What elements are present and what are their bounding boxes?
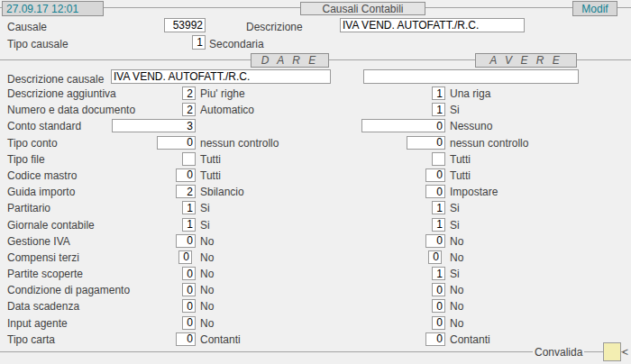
avere-value-input[interactable] bbox=[432, 299, 445, 313]
dare-value-input[interactable] bbox=[176, 185, 196, 198]
datetime-text: 27.09.17 12:01 bbox=[6, 3, 78, 15]
avere-value-input[interactable] bbox=[425, 332, 445, 346]
dare-value-input[interactable] bbox=[112, 119, 196, 132]
avere-value-text: Contanti bbox=[450, 333, 490, 346]
avere-value-text: Tutti bbox=[450, 169, 471, 182]
dare-value-text: Automatico bbox=[200, 104, 254, 116]
descrizione-causale-label: Descrizione causale bbox=[7, 73, 104, 86]
avere-value-text: Impostare bbox=[450, 186, 498, 198]
dare-value-text: No bbox=[200, 268, 214, 280]
avere-value-input[interactable] bbox=[432, 283, 445, 296]
parameter-rows: Descrizione aggiuntiva Piu' righe Una ri… bbox=[0, 86, 631, 348]
row-label: Condizione di pagamento bbox=[7, 284, 130, 296]
dare-value-input[interactable] bbox=[182, 152, 196, 166]
avere-value-input[interactable] bbox=[432, 218, 445, 232]
causale-label: Causale bbox=[7, 21, 47, 33]
dare-section-header: D A R E bbox=[251, 53, 329, 68]
row-label: Data scadenza bbox=[7, 300, 79, 313]
row-partitario: Partitario Si Si bbox=[0, 200, 631, 216]
row-conto-standard: Conto standard Nessuno bbox=[0, 118, 631, 134]
footer-divider bbox=[0, 351, 625, 352]
avere-value-text: Si bbox=[450, 202, 460, 214]
avere-value-input[interactable] bbox=[432, 316, 445, 330]
tipo-causale-input[interactable] bbox=[192, 35, 206, 50]
avere-value-input[interactable] bbox=[425, 185, 445, 198]
dare-value-input[interactable] bbox=[176, 234, 196, 248]
dare-value-text: Contanti bbox=[200, 333, 241, 346]
row-label: Tipo carta bbox=[7, 333, 55, 346]
row-label: Partite scoperte bbox=[7, 268, 83, 280]
row-gestione-iva: Gestione IVA No No bbox=[0, 233, 631, 250]
dare-value-text: No bbox=[200, 284, 214, 296]
avere-value-input[interactable] bbox=[428, 250, 442, 264]
row-condizione-di-pagamento: Condizione di pagamento No No bbox=[0, 282, 631, 298]
row-tipo-file: Tipo file Tutti Tutti bbox=[0, 151, 631, 168]
dare-value-input[interactable] bbox=[178, 250, 192, 264]
dare-value-input[interactable] bbox=[182, 103, 196, 116]
dare-value-input[interactable] bbox=[182, 283, 196, 296]
dare-value-text: Tutti bbox=[200, 153, 221, 166]
avere-value-input[interactable] bbox=[432, 201, 445, 214]
causale-input[interactable] bbox=[164, 18, 206, 32]
dare-value-text: No bbox=[200, 251, 214, 264]
row-label: Codice mastro bbox=[7, 169, 77, 182]
avere-value-input[interactable] bbox=[361, 119, 445, 132]
avere-value-text: No bbox=[450, 284, 463, 296]
tipo-causale-text: Secondaria bbox=[209, 38, 264, 50]
avere-value-input[interactable] bbox=[432, 267, 445, 280]
dare-value-input[interactable] bbox=[182, 267, 196, 280]
dare-value-text: Si bbox=[200, 202, 210, 214]
convalida-input[interactable] bbox=[603, 342, 621, 361]
mode-badge-text: Modif bbox=[581, 3, 608, 15]
dare-value-input[interactable] bbox=[176, 168, 196, 182]
descrizione-causale-avere-input[interactable] bbox=[363, 69, 579, 84]
dare-value-text: nessun controllo bbox=[200, 137, 279, 150]
avere-value-text: Nessuno bbox=[450, 120, 492, 132]
row-label: Conto standard bbox=[7, 120, 81, 132]
dare-value-input[interactable] bbox=[176, 332, 196, 346]
dare-section-label: D A R E bbox=[261, 54, 318, 67]
row-label: Guida importo bbox=[7, 186, 75, 198]
descrizione-input[interactable] bbox=[340, 18, 525, 32]
dare-value-input[interactable] bbox=[182, 218, 196, 232]
dare-value-input[interactable] bbox=[182, 299, 196, 313]
descrizione-causale-dare-input[interactable] bbox=[111, 69, 331, 84]
left-angle-icon: < bbox=[622, 346, 628, 359]
dare-value-input[interactable] bbox=[182, 201, 196, 214]
avere-value-text: No bbox=[450, 251, 463, 264]
row-label: Numero e data documento bbox=[7, 104, 135, 116]
avere-value-text: nessun controllo bbox=[450, 137, 528, 150]
dare-value-text: Sbilancio bbox=[200, 186, 244, 198]
descrizione-label: Descrizione bbox=[246, 21, 303, 33]
dare-value-input[interactable] bbox=[182, 86, 196, 100]
avere-value-input[interactable] bbox=[432, 152, 445, 166]
row-compensi-terzi: Compensi terzi No No bbox=[0, 250, 631, 266]
row-label: Partitario bbox=[7, 202, 50, 214]
tipo-causale-label: Tipo causale bbox=[7, 38, 69, 50]
dare-value-text: Piu' righe bbox=[200, 87, 245, 100]
dare-value-input[interactable] bbox=[182, 316, 196, 330]
row-tipo-conto: Tipo conto nessun controllo nessun contr… bbox=[0, 135, 631, 151]
window-title: Causali Contabili bbox=[300, 2, 425, 15]
avere-section-label: A V E R E bbox=[489, 54, 562, 67]
row-data-scadenza: Data scadenza No No bbox=[0, 298, 631, 314]
avere-section-header: A V E R E bbox=[475, 53, 577, 68]
row-label: Descrizione aggiuntiva bbox=[7, 87, 116, 100]
avere-value-input[interactable] bbox=[425, 234, 445, 248]
row-numero-e-data-documento: Numero e data documento Automatico Si bbox=[0, 102, 631, 118]
row-descrizione-aggiuntiva: Descrizione aggiuntiva Piu' righe Una ri… bbox=[0, 86, 631, 102]
avere-value-input[interactable] bbox=[432, 86, 445, 100]
avere-value-input[interactable] bbox=[407, 136, 445, 150]
dare-value-text: No bbox=[200, 300, 214, 313]
avere-value-input[interactable] bbox=[425, 168, 445, 182]
dare-value-input[interactable] bbox=[157, 136, 196, 150]
datetime-display: 27.09.17 12:01 bbox=[2, 1, 104, 16]
row-label: Input agente bbox=[7, 317, 68, 330]
mode-badge: Modif bbox=[572, 1, 617, 16]
row-label: Gestione IVA bbox=[7, 235, 70, 248]
row-giornale-contabile: Giornale contabile Si Si bbox=[0, 217, 631, 233]
causali-contabili-window: 27.09.17 12:01 Causali Contabili Modif C… bbox=[0, 0, 631, 364]
convalida-label: Convalida bbox=[533, 346, 584, 359]
dare-value-text: No bbox=[200, 235, 214, 248]
avere-value-input[interactable] bbox=[432, 103, 445, 116]
